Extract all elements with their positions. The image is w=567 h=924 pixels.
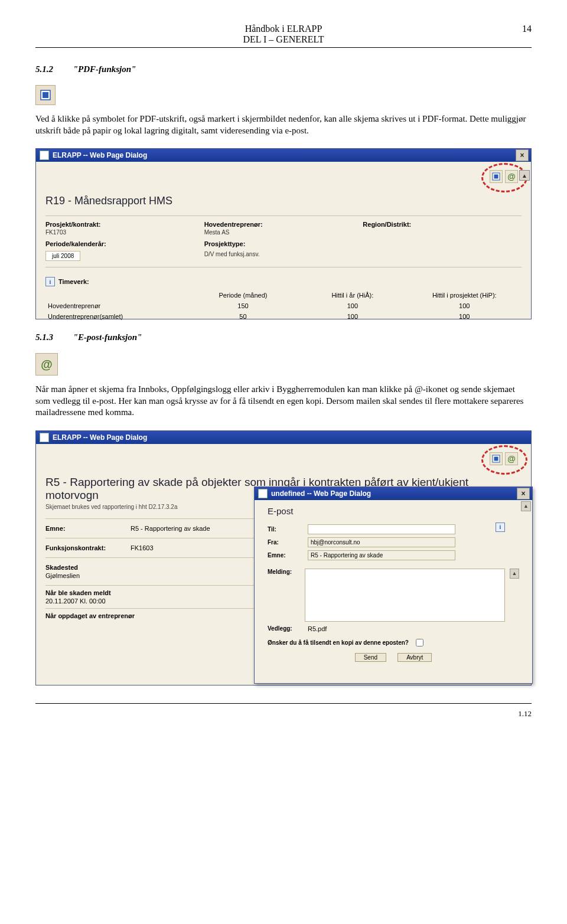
value-periode: juli 2008 bbox=[45, 251, 80, 261]
dialog-r5-titlebar: ELRAPP -- Web Page Dialog bbox=[36, 431, 531, 444]
scrollbar-up-icon[interactable]: ▲ bbox=[519, 170, 530, 181]
header-subtitle: DEL I – GENERELT bbox=[35, 34, 532, 45]
cell: 50 bbox=[188, 311, 298, 322]
info-icon[interactable]: i bbox=[45, 277, 55, 286]
label-vedlegg: Vedlegg: bbox=[268, 625, 303, 632]
label-region: Region/Distrikt: bbox=[363, 221, 522, 228]
mail-at-icon: @ bbox=[35, 353, 58, 376]
report-r19-title: R19 - Månedsrapport HMS bbox=[45, 195, 522, 207]
header-rule bbox=[35, 47, 532, 48]
table-header-row: Periode (måned) Hittil i år (HiÅ): Hitti… bbox=[45, 290, 522, 301]
value-meldt: 20.11.2007 Kl. 00:00 bbox=[45, 598, 284, 605]
close-button[interactable]: × bbox=[516, 149, 529, 161]
label-emne: Emne: bbox=[268, 552, 303, 559]
app-icon bbox=[40, 433, 49, 442]
label-til: Til: bbox=[268, 526, 303, 533]
input-fra bbox=[308, 537, 455, 547]
dialog-r19-titlebar: ELRAPP -- Web Page Dialog × bbox=[36, 149, 531, 162]
input-til[interactable] bbox=[308, 524, 455, 534]
label-meldt: Når ble skaden meldt bbox=[45, 589, 284, 596]
footer-rule bbox=[35, 703, 532, 704]
dialog-r19: ELRAPP -- Web Page Dialog × @ ▲ R19 - Må… bbox=[35, 148, 532, 319]
value-fk: FK1603 bbox=[131, 544, 154, 551]
col-hip: Hittil i prosjektet (HiP): bbox=[408, 290, 522, 301]
page-footer: 1.12 bbox=[35, 708, 532, 719]
page-number: 14 bbox=[522, 24, 532, 34]
section-title-text: "PDF-funksjon" bbox=[73, 64, 136, 74]
copy-question: Ønsker du å få tilsendt en kopi av denne… bbox=[268, 639, 409, 646]
toolbar-mail-icon[interactable]: @ bbox=[505, 170, 518, 183]
value-prosjekt: FK1703 bbox=[45, 229, 204, 236]
cell: 150 bbox=[188, 301, 298, 311]
toolbar-mail-icon[interactable]: @ bbox=[505, 452, 518, 465]
label-fk: Funksjonskontrakt: bbox=[45, 544, 122, 551]
info-icon[interactable]: i bbox=[496, 523, 505, 532]
cell: 100 bbox=[298, 311, 407, 322]
label-melding: Melding: bbox=[268, 569, 300, 575]
value-prosjekttype: D/V med funksj.ansv. bbox=[204, 251, 363, 257]
send-button[interactable]: Send bbox=[355, 653, 386, 662]
dialog-r5-title: ELRAPP -- Web Page Dialog bbox=[53, 433, 147, 442]
label-emne: Emne: bbox=[45, 525, 122, 532]
input-emne bbox=[308, 550, 455, 560]
textarea-melding[interactable] bbox=[305, 569, 505, 622]
row-label: Underentreprenør(samlet) bbox=[45, 311, 188, 322]
row-label: Hovedentreprenør bbox=[45, 301, 188, 311]
section-5-1-2-heading: 5.1.2 "PDF-funksjon" bbox=[35, 64, 532, 74]
section-5-1-3-heading: 5.1.3 "E-post-funksjon" bbox=[35, 332, 532, 342]
table-row: Underentreprenør(samlet) 50 100 100 bbox=[45, 311, 522, 322]
label-hovedentreprenor: Hovedentreprenør: bbox=[204, 221, 363, 228]
dialog-r5-toolbar: @ bbox=[36, 444, 531, 469]
cell: 100 bbox=[408, 301, 522, 311]
col-hia: Hittil i år (HiÅ): bbox=[298, 290, 407, 301]
app-icon bbox=[258, 489, 268, 498]
timeverk-table: Periode (måned) Hittil i år (HiÅ): Hitti… bbox=[45, 290, 522, 322]
page-header: Håndbok i ELRAPP DEL I – GENERELT 14 bbox=[35, 24, 532, 45]
section-5-1-3-body: Når man åpner et skjema fra Innboks, Opp… bbox=[35, 384, 532, 419]
value-hovedentreprenor: Mesta AS bbox=[204, 229, 363, 236]
header-title: Håndbok i ELRAPP bbox=[35, 24, 532, 34]
checkbox-copy[interactable] bbox=[416, 639, 423, 647]
value-vedlegg: R5.pdf bbox=[308, 625, 327, 632]
table-row: Hovedentreprenør 150 100 100 bbox=[45, 301, 522, 311]
label-prosjekttype: Prosjekttype: bbox=[204, 240, 363, 247]
avbryt-button[interactable]: Avbryt bbox=[397, 653, 432, 662]
timeverk-header: Timeverk: bbox=[58, 278, 89, 285]
footer-version: 1.12 bbox=[518, 709, 532, 719]
label-skadested: Skadested bbox=[45, 564, 284, 571]
app-icon bbox=[40, 151, 49, 160]
value-skadested: Gjølmeslien bbox=[45, 572, 284, 579]
section-title-text: "E-post-funksjon" bbox=[73, 332, 142, 342]
dialog-r19-toolbar: @ bbox=[36, 162, 531, 187]
section-5-1-2-body: Ved å klikke på symbolet for PDF-utskrif… bbox=[35, 113, 532, 136]
mail-dialog-title: undefined -- Web Page Dialog bbox=[271, 489, 371, 498]
label-periode: Periode/kalenderår: bbox=[45, 240, 204, 247]
toolbar-pdf-icon[interactable] bbox=[490, 452, 503, 465]
svg-rect-3 bbox=[494, 175, 498, 179]
section-number: 5.1.2 bbox=[35, 64, 53, 74]
svg-rect-1 bbox=[43, 92, 48, 98]
col-periode: Periode (måned) bbox=[188, 290, 298, 301]
dialog-r19-title: ELRAPP -- Web Page Dialog bbox=[53, 151, 147, 159]
label-fra: Fra: bbox=[268, 539, 303, 546]
close-button[interactable]: × bbox=[517, 488, 530, 499]
svg-rect-5 bbox=[494, 456, 498, 461]
cell: 100 bbox=[408, 311, 522, 322]
mail-dialog-titlebar: undefined -- Web Page Dialog × bbox=[255, 487, 532, 500]
value-emne: R5 - Rapportering av skade bbox=[131, 525, 210, 532]
cell: 100 bbox=[298, 301, 407, 311]
mail-heading: E-post bbox=[268, 506, 519, 516]
label-oppdaget: Når oppdaget av entreprenør bbox=[45, 612, 135, 619]
toolbar-pdf-icon[interactable] bbox=[490, 170, 503, 183]
section-number: 5.1.3 bbox=[35, 332, 53, 342]
pdf-icon bbox=[35, 85, 56, 105]
label-prosjekt: Prosjekt/kontrakt: bbox=[45, 221, 204, 228]
scrollbar-up-icon[interactable]: ▲ bbox=[510, 569, 519, 579]
mail-dialog: undefined -- Web Page Dialog × ▲ E-post … bbox=[254, 487, 533, 684]
